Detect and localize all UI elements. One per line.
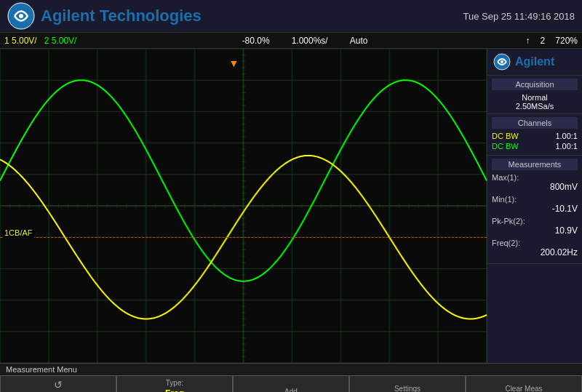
toolbar-btn-source[interactable]: ↺SourceCB/AF (0, 375, 116, 392)
measurements-list: Max(1):800mVMin(1):-10.1VPk-Pk(2):10.9VF… (492, 173, 578, 257)
status-center: -80.0% 1.000%s/ Auto (84, 36, 525, 46)
measurement-item: Pk-Pk(2):10.9V (492, 217, 578, 236)
zoom-status: 720% (555, 36, 578, 46)
measurements-title: Measurements (492, 159, 578, 170)
bottom-bar: Measurement Menu ↺SourceCB/AFType:Freq▼A… (0, 363, 582, 392)
measurement-value: 800mV (492, 182, 578, 192)
acquisition-rate: 2.50MSa/s (492, 102, 578, 111)
measurement-label: Min(1): (492, 195, 578, 204)
panel-header: Agilent (487, 49, 582, 76)
mode-status: Auto (350, 36, 368, 46)
right-panel: Agilent Acquisition Normal 2.50MSa/s Cha… (487, 49, 582, 363)
datetime: Tue Sep 25 11:49:16 2018 (463, 11, 575, 22)
agilent-logo-icon (7, 2, 35, 30)
ch-num-status: 2 (541, 36, 546, 46)
ch1-row: DC BW 1.00:1 (492, 132, 578, 140)
acquisition-section: Acquisition Normal 2.50MSa/s (487, 76, 582, 114)
ch2-row: DC BW 1.00:1 (492, 142, 578, 151)
acquisition-title: Acquisition (492, 79, 578, 90)
measurements-section: Measurements Max(1):800mVMin(1):-10.1VPk… (487, 156, 582, 264)
channels-title: Channels (492, 117, 578, 129)
waveform-display (0, 49, 487, 363)
scope-screen: 1CB/AF ▼ (0, 49, 487, 363)
panel-brand: Agilent (515, 55, 554, 68)
timebase-status: 1.000%s/ (292, 36, 328, 46)
ch2-status: 2 5.00V/ (44, 36, 77, 46)
measurement-item: Min(1):-10.1V (492, 195, 578, 214)
measurement-value: -10.1V (492, 204, 578, 214)
measurement-label: Max(1): (492, 173, 578, 182)
toolbar-btn-label: Add Measurement (268, 388, 313, 393)
toolbar-btn-settings[interactable]: Settings▼ (349, 375, 466, 392)
ch1-bw-label: DC BW (492, 132, 519, 140)
ch2-bw-label: DC BW (492, 142, 519, 151)
trigger-icon: ↑ (526, 36, 530, 46)
toolbar-btn-add-measurement[interactable]: Add Measurement (233, 375, 349, 392)
offset-status: -80.0% (242, 36, 270, 46)
channels-section: Channels DC BW 1.00:1 DC BW 1.00:1 (487, 114, 582, 156)
toolbar-btn-type[interactable]: Type:Freq▼ (116, 375, 233, 392)
menu-label: Measurement Menu (0, 364, 582, 375)
measurement-item: Max(1):800mV (492, 173, 578, 192)
status-bar: 1 5.00V/ 2 5.00V/ -80.0% 1.000%s/ Auto ↑… (0, 33, 582, 49)
company-name: Agilent Technologies (41, 7, 463, 25)
status-right: ↑ 2 720% (526, 36, 578, 46)
reference-line (0, 237, 487, 238)
toolbar-btn-value: Freq (165, 388, 184, 392)
measurement-item: Freq(2):200.02Hz (492, 239, 578, 257)
measurement-value: 10.9V (492, 225, 578, 236)
ch1-bw-value: 1.00:1 (555, 132, 578, 140)
ch2-bw-value: 1.00:1 (555, 142, 578, 151)
measurement-label: Freq(2): (492, 239, 578, 247)
toolbar-btn-clear-meas[interactable]: Clear Meas▼ (466, 375, 582, 392)
trigger-marker: ▼ (228, 57, 239, 69)
ch1-status: 1 5.00V/ (4, 36, 37, 46)
acquisition-mode: Normal (492, 93, 578, 102)
toolbar-btn-label: Clear Meas (505, 385, 542, 392)
main-content: 1CB/AF ▼ Agilent Acquisition Normal 2.50… (0, 49, 582, 363)
toolbar-btn-label: Settings (394, 385, 420, 392)
measurement-value: 200.02Hz (492, 247, 578, 257)
svg-point-1 (19, 14, 23, 18)
toolbar: ↺SourceCB/AFType:Freq▼Add MeasurementSet… (0, 375, 582, 392)
channel-label: 1CB/AF (3, 228, 34, 238)
header: Agilent Technologies Tue Sep 25 11:49:16… (0, 0, 582, 33)
measurement-label: Pk-Pk(2): (492, 217, 578, 225)
panel-logo-icon (493, 53, 511, 71)
toolbar-btn-label: Type: (166, 379, 183, 387)
svg-point-3 (501, 60, 503, 63)
cycle-icon: ↺ (54, 379, 63, 391)
